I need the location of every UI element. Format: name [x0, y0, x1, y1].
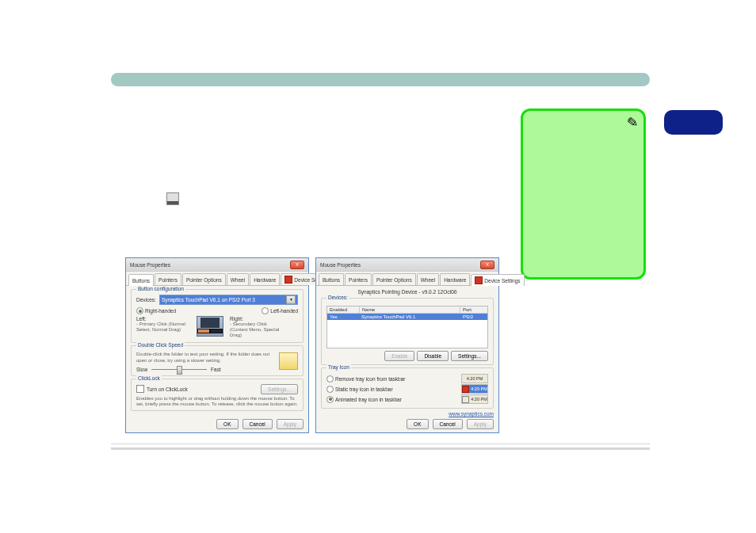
- dialog-title-text: Mouse Properties: [320, 262, 361, 268]
- mouse-properties-dialog-device-settings: Mouse Properties X Buttons Pointers Poin…: [315, 257, 499, 433]
- radio-remove-label: Remove tray icon from taskbar: [335, 376, 406, 382]
- tabstrip: Buttons Pointers Pointer Options Wheel H…: [126, 272, 308, 286]
- dropdown-arrow-icon: ▾: [286, 295, 296, 304]
- titlebar: Mouse Properties X: [126, 258, 308, 272]
- devices-dropdown[interactable]: Synaptics TouchPad V6.1 on PS/2 Port 3 ▾: [159, 295, 298, 305]
- dialog-footer: OK Cancel Apply: [216, 419, 304, 429]
- tab-hardware[interactable]: Hardware: [440, 273, 470, 285]
- tab-hardware[interactable]: Hardware: [250, 273, 280, 285]
- tab-buttons[interactable]: Buttons: [319, 273, 344, 285]
- tab-pointer-options[interactable]: Pointer Options: [182, 273, 226, 285]
- radio-right-handed[interactable]: Right-handed: [136, 307, 176, 314]
- left-desc: - Primary Click (Normal Select, Normal D…: [136, 322, 190, 333]
- tab-pointers[interactable]: Pointers: [155, 273, 181, 285]
- radio-static-label: Static tray icon in taskbar: [335, 386, 393, 392]
- tab-device-settings[interactable]: Device Settings: [471, 274, 524, 286]
- tab-device-settings-label: Device Settings: [484, 278, 520, 284]
- radio-left-handed[interactable]: Left-handed: [262, 307, 298, 314]
- table-row[interactable]: Yes Synaptics TouchPad V6.1 PS/2: [327, 314, 487, 320]
- group-title: Double Click Speed: [136, 342, 185, 348]
- driver-version: Synaptics Pointing Device - v9.0.2 12Oct…: [321, 289, 494, 295]
- close-button[interactable]: X: [290, 261, 304, 269]
- devices-selected: Synaptics TouchPad V6.1 on PS/2 Port 3: [162, 297, 255, 303]
- group-button-configuration: Button configuration Devices: Synaptics …: [131, 289, 304, 343]
- touchpad-taskbar-icon: [166, 192, 179, 205]
- cell-enabled: Yes: [327, 314, 359, 320]
- fast-label: Fast: [211, 367, 221, 372]
- synaptics-link[interactable]: www.synaptics.com: [321, 411, 494, 417]
- tray-preview-static: 4:20 PM: [461, 384, 488, 394]
- col-enabled: Enabled: [327, 306, 360, 313]
- dblclick-desc: Double-click the folder to test your set…: [136, 352, 269, 363]
- slow-label: Slow: [136, 367, 147, 372]
- disable-button[interactable]: Disable: [417, 351, 449, 361]
- dialog-footer: OK Cancel Apply: [407, 419, 494, 429]
- enable-button: Enable: [384, 351, 414, 361]
- group-devices: Devices: Enabled Name Port Yes Synaptics…: [321, 298, 494, 365]
- header-bar: [111, 73, 650, 86]
- mouse-properties-dialog-buttons: Mouse Properties X Buttons Pointers Poin…: [125, 257, 309, 433]
- right-title: Right:: [230, 316, 284, 322]
- apply-button: Apply: [467, 419, 494, 429]
- radio-left-handed-label: Left-handed: [270, 308, 298, 314]
- col-name: Name: [360, 306, 460, 313]
- group-double-click-speed: Double Click Speed Double-click the fold…: [131, 345, 304, 376]
- right-desc: - Secondary Click (Context Menu, Special…: [230, 322, 284, 339]
- tab-pointer-options[interactable]: Pointer Options: [372, 273, 416, 285]
- pencil-icon: ✎: [623, 112, 639, 132]
- tray-preview-animated: 4:20 PM: [461, 394, 488, 404]
- tab-wheel[interactable]: Wheel: [227, 273, 249, 285]
- cell-name: Synaptics TouchPad V6.1: [359, 314, 460, 320]
- cancel-button[interactable]: Cancel: [242, 419, 273, 429]
- clicklock-desc: Enables you to highlight or drag without…: [136, 396, 298, 407]
- clicklock-label: Turn on ClickLock: [147, 386, 188, 392]
- tray-icon-preview: [462, 396, 469, 403]
- cell-port: PS/2: [460, 314, 487, 320]
- clicklock-checkbox[interactable]: Turn on ClickLock: [136, 385, 188, 393]
- radio-animated-label: Animated tray icon in taskbar: [335, 397, 402, 402]
- apply-button: Apply: [277, 419, 304, 429]
- device-settings-button[interactable]: Settings...: [451, 351, 488, 361]
- col-port: Port: [460, 306, 487, 313]
- radio-right-handed-label: Right-handed: [145, 308, 176, 314]
- tray-icon-preview: [462, 386, 469, 393]
- clicklock-settings-button: Settings...: [261, 384, 298, 394]
- tab-pointers[interactable]: Pointers: [345, 273, 372, 285]
- radio-static-tray[interactable]: Static tray icon in taskbar: [326, 386, 393, 393]
- group-clicklock: ClickLock Turn on ClickLock Settings... …: [131, 379, 304, 411]
- titlebar: Mouse Properties X: [316, 258, 498, 272]
- tray-preview-none: 4:20 PM: [461, 374, 488, 383]
- group-tray-icon: Tray Icon Remove tray icon from taskbar …: [321, 367, 494, 409]
- group-title: Button configuration: [136, 286, 185, 291]
- side-tab-pill: [664, 110, 723, 135]
- close-button[interactable]: X: [480, 261, 494, 269]
- ok-button[interactable]: OK: [216, 419, 238, 429]
- left-title: Left:: [136, 316, 190, 322]
- tab-buttons[interactable]: Buttons: [128, 274, 154, 286]
- tabstrip: Buttons Pointers Pointer Options Wheel H…: [316, 272, 498, 286]
- tab-wheel[interactable]: Wheel: [417, 273, 439, 285]
- ok-button[interactable]: OK: [407, 419, 428, 429]
- dblclick-slider[interactable]: [151, 369, 207, 370]
- group-title: ClickLock: [136, 375, 162, 381]
- cancel-button[interactable]: Cancel: [433, 419, 463, 429]
- touchpad-illustration: [197, 316, 223, 337]
- group-title: Tray Icon: [326, 364, 351, 370]
- devices-label: Devices:: [136, 297, 156, 303]
- group-title: Devices:: [326, 295, 349, 300]
- radio-animated-tray[interactable]: Animated tray icon in taskbar: [326, 396, 402, 403]
- synaptics-icon: [284, 276, 292, 284]
- note-callout: ✎: [521, 109, 646, 280]
- dialog-title-text: Mouse Properties: [130, 262, 170, 268]
- radio-remove-tray[interactable]: Remove tray icon from taskbar: [326, 375, 406, 383]
- test-folder-icon[interactable]: [279, 352, 298, 370]
- synaptics-icon: [475, 276, 483, 284]
- footer-divider: [111, 444, 650, 450]
- devices-table[interactable]: Enabled Name Port Yes Synaptics TouchPad…: [326, 306, 488, 348]
